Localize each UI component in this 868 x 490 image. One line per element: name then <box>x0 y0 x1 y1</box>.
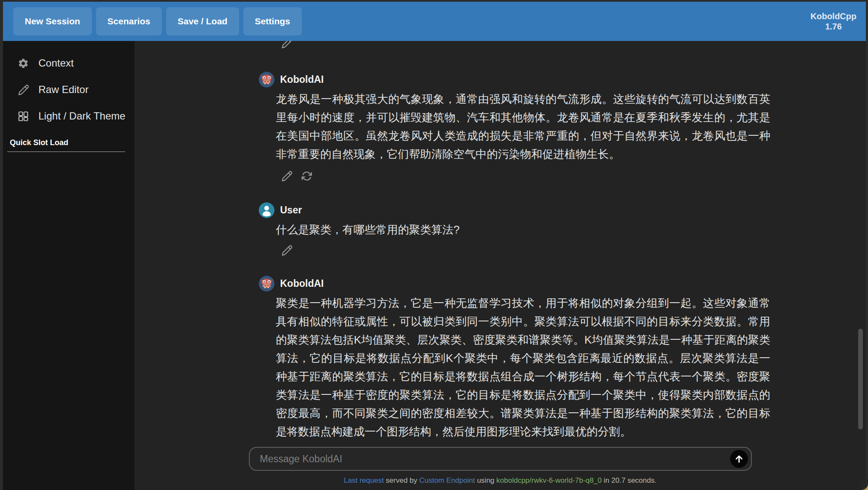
vertical-scrollbar[interactable] <box>858 329 863 429</box>
settings-button[interactable]: Settings <box>243 7 302 35</box>
message-actions <box>281 170 771 182</box>
message-author: KoboldAI <box>280 74 324 85</box>
app-version-label: KoboldCpp 1.76 <box>810 11 856 32</box>
sidebar: Context Raw Editor Light / Dark Theme Qu… <box>3 41 134 490</box>
topbar-buttons: New Session Scenarios Save / Load Settin… <box>13 7 302 35</box>
top-navigation-bar: New Session Scenarios Save / Load Settin… <box>3 2 866 41</box>
chat-scroll-area[interactable]: KoboldAI 龙卷风是一种极其强大的气象现象，通常由强风和旋转的气流形成。这… <box>134 41 866 446</box>
app-window: New Session Scenarios Save / Load Settin… <box>3 2 866 490</box>
edit-message-icon[interactable] <box>281 170 292 182</box>
message-actions <box>281 245 771 256</box>
sidebar-item-label: Light / Dark Theme <box>38 110 126 122</box>
status-bar: Last request served by Custom Endpoint u… <box>134 476 866 485</box>
sidebar-item-label: Context <box>38 57 74 69</box>
message-header: User <box>259 201 771 219</box>
message-header: KoboldAI <box>259 71 771 88</box>
sidebar-item-theme-toggle[interactable]: Light / Dark Theme <box>18 107 134 125</box>
quick-slot-load-heading: Quick Slot Load <box>10 138 134 147</box>
send-button[interactable] <box>730 450 748 468</box>
chat-message-user: User 什么是聚类，有哪些常用的聚类算法? <box>259 201 771 256</box>
arrow-up-icon <box>734 453 745 464</box>
message-text: 什么是聚类，有哪些常用的聚类算法? <box>276 221 770 239</box>
chat-main-area: KoboldAI 龙卷风是一种极其强大的气象现象，通常由强风和旋转的气流形成。这… <box>134 41 866 490</box>
last-request-link[interactable]: Last request <box>344 476 384 484</box>
sidebar-item-raw-editor[interactable]: Raw Editor <box>18 80 134 99</box>
new-session-button[interactable]: New Session <box>13 7 92 35</box>
edit-message-icon[interactable] <box>281 245 292 256</box>
app-name: KoboldCpp <box>810 11 856 21</box>
status-text: in 20.7 seconds. <box>602 476 657 484</box>
sidebar-item-context[interactable]: Context <box>18 54 134 73</box>
chat-column: KoboldAI 龙卷风是一种极其强大的气象现象，通常由强风和旋转的气流形成。这… <box>259 41 771 441</box>
message-input[interactable] <box>250 448 721 470</box>
save-load-button[interactable]: Save / Load <box>166 7 239 35</box>
app-version-number: 1.76 <box>810 21 856 32</box>
retry-message-icon[interactable] <box>301 170 313 182</box>
pencil-icon <box>18 84 29 96</box>
status-text: using <box>475 476 496 484</box>
custom-endpoint-link[interactable]: Custom Endpoint <box>419 476 475 484</box>
koboldai-avatar <box>259 72 275 88</box>
chat-message-koboldai: KoboldAI 龙卷风是一种极其强大的气象现象，通常由强风和旋转的气流形成。这… <box>259 71 771 182</box>
user-avatar <box>259 202 275 218</box>
message-author: User <box>280 204 302 216</box>
message-header: KoboldAI <box>259 275 771 292</box>
previous-message-actions <box>281 41 771 52</box>
message-author: KoboldAI <box>280 278 324 289</box>
chat-message-koboldai: KoboldAI 聚类是一种机器学习方法，它是一种无监督学习技术，用于将相似的对… <box>259 275 771 441</box>
quick-slot-divider <box>7 152 125 152</box>
message-composer <box>249 447 752 471</box>
gear-icon <box>18 58 29 69</box>
theme-grid-icon <box>18 111 29 122</box>
scenarios-button[interactable]: Scenarios <box>96 7 162 35</box>
edit-message-icon[interactable] <box>281 41 292 49</box>
koboldai-avatar <box>259 276 275 292</box>
composer-area: Last request served by Custom Endpoint u… <box>134 447 866 490</box>
sidebar-item-label: Raw Editor <box>38 84 88 96</box>
status-text: served by <box>384 476 419 484</box>
message-text: 龙卷风是一种极其强大的气象现象，通常由强风和旋转的气流形成。这些旋转的气流可以达… <box>276 90 770 163</box>
message-text: 聚类是一种机器学习方法，它是一种无监督学习技术，用于将相似的对象分组到一起。这些… <box>276 294 770 441</box>
model-name: koboldcpp/rwkv-6-world-7b-q8_0 <box>497 476 602 484</box>
